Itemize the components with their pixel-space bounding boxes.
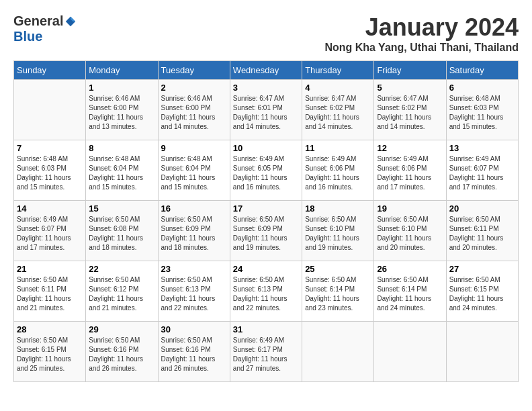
header-thursday: Thursday — [302, 61, 374, 80]
calendar-week-row: 14Sunrise: 6:49 AMSunset: 6:07 PMDayligh… — [14, 201, 519, 261]
calendar-week-row: 1Sunrise: 6:46 AMSunset: 6:00 PMDaylight… — [14, 80, 519, 140]
day-info: Sunrise: 6:49 AMSunset: 6:17 PMDaylight:… — [233, 336, 299, 373]
day-info: Sunrise: 6:47 AMSunset: 6:02 PMDaylight:… — [305, 94, 371, 132]
title-block: January 2024 Nong Kha Yang, Uthai Thani,… — [324, 13, 519, 54]
location-title: Nong Kha Yang, Uthai Thani, Thailand — [324, 42, 519, 54]
calendar-cell: 3Sunrise: 6:47 AMSunset: 6:01 PMDaylight… — [230, 80, 302, 140]
day-info: Sunrise: 6:50 AMSunset: 6:08 PMDaylight:… — [89, 215, 154, 253]
day-info: Sunrise: 6:50 AMSunset: 6:09 PMDaylight:… — [233, 215, 299, 253]
calendar-cell: 6Sunrise: 6:48 AMSunset: 6:03 PMDaylight… — [446, 80, 518, 140]
calendar-cell: 10Sunrise: 6:49 AMSunset: 6:05 PMDayligh… — [230, 140, 302, 201]
day-info: Sunrise: 6:50 AMSunset: 6:09 PMDaylight:… — [161, 215, 227, 253]
day-number: 2 — [161, 83, 227, 93]
day-number: 31 — [233, 324, 299, 334]
day-number: 23 — [161, 264, 227, 274]
day-number: 16 — [161, 203, 227, 214]
day-info: Sunrise: 6:46 AMSunset: 6:00 PMDaylight:… — [161, 94, 227, 132]
calendar-cell: 19Sunrise: 6:50 AMSunset: 6:10 PMDayligh… — [374, 201, 446, 261]
day-number: 12 — [377, 143, 443, 153]
day-info: Sunrise: 6:50 AMSunset: 6:16 PMDaylight:… — [161, 336, 227, 373]
day-info: Sunrise: 6:50 AMSunset: 6:16 PMDaylight:… — [89, 336, 154, 373]
day-number: 20 — [449, 203, 515, 214]
day-info: Sunrise: 6:49 AMSunset: 6:06 PMDaylight:… — [377, 154, 443, 192]
calendar-cell: 4Sunrise: 6:47 AMSunset: 6:02 PMDaylight… — [302, 80, 374, 140]
day-info: Sunrise: 6:48 AMSunset: 6:04 PMDaylight:… — [161, 154, 227, 192]
day-number: 27 — [449, 264, 515, 274]
day-number: 30 — [161, 324, 227, 334]
calendar-cell — [302, 322, 374, 382]
day-number: 3 — [233, 83, 299, 93]
day-info: Sunrise: 6:49 AMSunset: 6:07 PMDaylight:… — [17, 215, 83, 253]
day-info: Sunrise: 6:50 AMSunset: 6:10 PMDaylight:… — [305, 215, 371, 253]
day-info: Sunrise: 6:50 AMSunset: 6:14 PMDaylight:… — [305, 275, 371, 313]
day-info: Sunrise: 6:48 AMSunset: 6:04 PMDaylight:… — [89, 154, 154, 192]
month-title: January 2024 — [324, 13, 519, 42]
day-info: Sunrise: 6:50 AMSunset: 6:11 PMDaylight:… — [17, 275, 83, 313]
day-info: Sunrise: 6:50 AMSunset: 6:13 PMDaylight:… — [233, 275, 299, 313]
day-number: 8 — [89, 143, 154, 153]
header-row: SundayMondayTuesdayWednesdayThursdayFrid… — [14, 61, 519, 80]
calendar-cell: 9Sunrise: 6:48 AMSunset: 6:04 PMDaylight… — [158, 140, 230, 201]
day-info: Sunrise: 6:48 AMSunset: 6:03 PMDaylight:… — [17, 154, 83, 192]
calendar-body: 1Sunrise: 6:46 AMSunset: 6:00 PMDaylight… — [14, 80, 519, 382]
header-saturday: Saturday — [446, 61, 518, 80]
day-info: Sunrise: 6:47 AMSunset: 6:02 PMDaylight:… — [377, 94, 443, 132]
calendar-cell: 12Sunrise: 6:49 AMSunset: 6:06 PMDayligh… — [374, 140, 446, 201]
calendar-cell: 30Sunrise: 6:50 AMSunset: 6:16 PMDayligh… — [158, 322, 230, 382]
calendar-cell — [446, 322, 518, 382]
day-info: Sunrise: 6:50 AMSunset: 6:11 PMDaylight:… — [449, 215, 515, 253]
calendar-cell: 18Sunrise: 6:50 AMSunset: 6:10 PMDayligh… — [302, 201, 374, 261]
day-info: Sunrise: 6:48 AMSunset: 6:03 PMDaylight:… — [449, 94, 515, 132]
header-wednesday: Wednesday — [230, 61, 302, 80]
header-friday: Friday — [374, 61, 446, 80]
day-number: 11 — [305, 143, 371, 153]
page-header: General Blue January 2024 Nong Kha Yang,… — [13, 13, 519, 54]
calendar-cell: 2Sunrise: 6:46 AMSunset: 6:00 PMDaylight… — [158, 80, 230, 140]
header-monday: Monday — [86, 61, 158, 80]
calendar-cell — [14, 80, 86, 140]
calendar-week-row: 7Sunrise: 6:48 AMSunset: 6:03 PMDaylight… — [14, 140, 519, 201]
day-number: 21 — [17, 264, 83, 274]
calendar-cell: 7Sunrise: 6:48 AMSunset: 6:03 PMDaylight… — [14, 140, 86, 201]
day-number: 6 — [449, 83, 515, 93]
day-info: Sunrise: 6:50 AMSunset: 6:14 PMDaylight:… — [377, 275, 443, 313]
calendar-table: SundayMondayTuesdayWednesdayThursdayFrid… — [13, 60, 519, 382]
day-number: 9 — [161, 143, 227, 153]
calendar-cell: 31Sunrise: 6:49 AMSunset: 6:17 PMDayligh… — [230, 322, 302, 382]
day-info: Sunrise: 6:50 AMSunset: 6:15 PMDaylight:… — [449, 275, 515, 313]
day-number: 25 — [305, 264, 371, 274]
calendar-cell: 11Sunrise: 6:49 AMSunset: 6:06 PMDayligh… — [302, 140, 374, 201]
day-number: 1 — [89, 83, 154, 93]
day-number: 15 — [89, 203, 154, 214]
day-number: 13 — [449, 143, 515, 153]
calendar-cell: 14Sunrise: 6:49 AMSunset: 6:07 PMDayligh… — [14, 201, 86, 261]
day-number: 22 — [89, 264, 154, 274]
day-number: 26 — [377, 264, 443, 274]
logo-blue-text: Blue — [13, 29, 42, 44]
calendar-cell: 28Sunrise: 6:50 AMSunset: 6:15 PMDayligh… — [14, 322, 86, 382]
calendar-cell: 20Sunrise: 6:50 AMSunset: 6:11 PMDayligh… — [446, 201, 518, 261]
day-number: 5 — [377, 83, 443, 93]
day-info: Sunrise: 6:50 AMSunset: 6:12 PMDaylight:… — [89, 275, 154, 313]
day-number: 10 — [233, 143, 299, 153]
logo-icon — [64, 15, 77, 28]
day-number: 4 — [305, 83, 371, 93]
calendar-week-row: 28Sunrise: 6:50 AMSunset: 6:15 PMDayligh… — [14, 322, 519, 382]
calendar-cell: 1Sunrise: 6:46 AMSunset: 6:00 PMDaylight… — [86, 80, 158, 140]
day-info: Sunrise: 6:50 AMSunset: 6:13 PMDaylight:… — [161, 275, 227, 313]
day-number: 28 — [17, 324, 83, 334]
day-number: 24 — [233, 264, 299, 274]
calendar-cell: 13Sunrise: 6:49 AMSunset: 6:07 PMDayligh… — [446, 140, 518, 201]
calendar-cell: 27Sunrise: 6:50 AMSunset: 6:15 PMDayligh… — [446, 261, 518, 322]
logo-general-text: General — [13, 13, 63, 29]
day-info: Sunrise: 6:47 AMSunset: 6:01 PMDaylight:… — [233, 94, 299, 132]
calendar-cell: 25Sunrise: 6:50 AMSunset: 6:14 PMDayligh… — [302, 261, 374, 322]
day-number: 17 — [233, 203, 299, 214]
calendar-cell: 29Sunrise: 6:50 AMSunset: 6:16 PMDayligh… — [86, 322, 158, 382]
calendar-cell: 16Sunrise: 6:50 AMSunset: 6:09 PMDayligh… — [158, 201, 230, 261]
day-number: 14 — [17, 203, 83, 214]
calendar-cell: 17Sunrise: 6:50 AMSunset: 6:09 PMDayligh… — [230, 201, 302, 261]
calendar-cell: 5Sunrise: 6:47 AMSunset: 6:02 PMDaylight… — [374, 80, 446, 140]
day-number: 29 — [89, 324, 154, 334]
calendar-cell: 15Sunrise: 6:50 AMSunset: 6:08 PMDayligh… — [86, 201, 158, 261]
